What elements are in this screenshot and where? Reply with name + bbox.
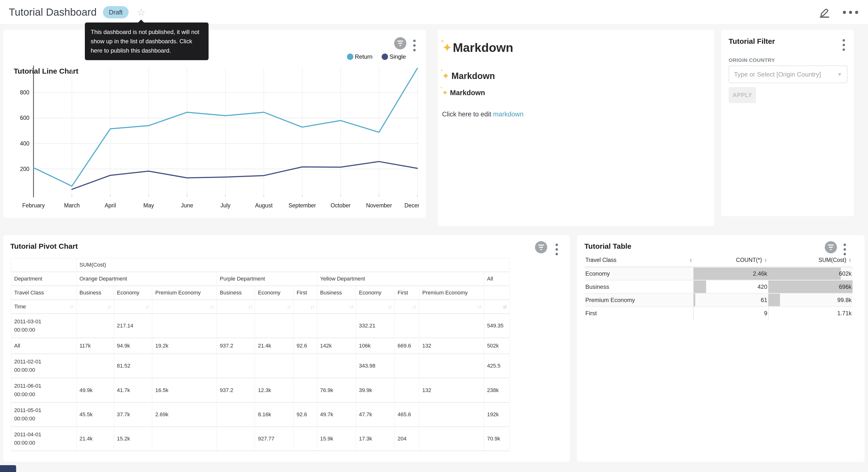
edit-pencil-icon[interactable] bbox=[819, 7, 830, 18]
table-row[interactable]: Premium Economy 61 99.8k bbox=[584, 293, 852, 307]
table-row[interactable]: Business 420 696k bbox=[584, 280, 852, 293]
pivot-value-cell: 12.3k bbox=[255, 378, 293, 402]
pivot-value-cell: 117k bbox=[76, 338, 114, 354]
pivot-value-cell: 47.7k bbox=[356, 402, 395, 426]
pivot-value-cell bbox=[255, 314, 293, 338]
pivot-time-label: Time ↓↑ bbox=[11, 300, 76, 314]
pivot-subcol-header: Premium Economy bbox=[152, 286, 217, 300]
kebab-menu-icon[interactable] bbox=[555, 243, 559, 256]
pivot-value-cell: 41.7k bbox=[114, 378, 152, 402]
markdown-edit-link[interactable]: markdown bbox=[493, 111, 524, 118]
sort-descending-icon[interactable]: ↓↑ bbox=[503, 304, 506, 309]
chart-legend[interactable]: Return Single bbox=[347, 53, 406, 60]
cell-sum-cost: 696k bbox=[768, 280, 852, 293]
filter-indicator-icon[interactable] bbox=[394, 37, 406, 50]
draft-badge[interactable]: Draft bbox=[103, 6, 128, 18]
sort-toggle-icon[interactable]: ↓↑ bbox=[248, 304, 252, 309]
sort-toggle-icon[interactable]: ↓↑ bbox=[388, 304, 392, 309]
sort-carets-icon[interactable]: ▲▼ bbox=[764, 258, 767, 262]
pivot-value-cell: 39.9k bbox=[356, 378, 395, 402]
sort-toggle-icon[interactable]: ↓↑ bbox=[349, 304, 353, 309]
legend-item-return[interactable]: Return bbox=[347, 53, 372, 60]
sort-toggle-icon[interactable]: ↓↑ bbox=[70, 303, 73, 309]
svg-text:December: December bbox=[404, 202, 419, 209]
pivot-value-cell: 21.4k bbox=[255, 338, 293, 354]
pivot-value-cell: 21.4k bbox=[76, 426, 114, 451]
sparkles-icon bbox=[442, 41, 452, 55]
pivot-subcol-header: Premium Economy bbox=[419, 286, 484, 300]
pivot-value-cell bbox=[293, 426, 317, 451]
sort-toggle-icon[interactable]: ↓↑ bbox=[146, 304, 149, 309]
sort-toggle-icon[interactable]: ↓↑ bbox=[477, 304, 481, 309]
pivot-subcol-header: Business bbox=[317, 286, 356, 300]
markdown-card: Markdown Markdown Markdown Click here to… bbox=[438, 30, 714, 226]
filter-indicator-icon[interactable] bbox=[535, 241, 547, 254]
pivot-group-header: Purple Department bbox=[217, 272, 317, 286]
sort-toggle-icon[interactable]: ↓↑ bbox=[412, 304, 416, 309]
svg-text:August: August bbox=[255, 202, 273, 209]
svg-text:February: February bbox=[22, 202, 45, 209]
pivot-group-header: Yellow Department bbox=[317, 272, 484, 286]
pivot-value-cell: 937.2 bbox=[217, 378, 255, 402]
publish-tooltip[interactable]: This dashboard is not published, it will… bbox=[85, 23, 209, 60]
ellipsis-menu-icon[interactable] bbox=[843, 11, 858, 14]
sort-toggle-icon[interactable]: ↓↑ bbox=[287, 304, 290, 309]
pivot-value-cell: 927.77 bbox=[255, 426, 293, 451]
pivot-value-cell bbox=[293, 354, 317, 378]
pivot-value-cell: 8.16k bbox=[255, 402, 293, 426]
pivot-value-cell bbox=[76, 314, 114, 338]
pivot-value-cell bbox=[419, 426, 484, 451]
filter-indicator-icon[interactable] bbox=[825, 241, 837, 254]
pivot-row-label: All bbox=[11, 338, 76, 354]
pivot-value-cell: 238k bbox=[484, 378, 509, 402]
sort-carets-icon[interactable]: ▲▼ bbox=[689, 258, 692, 262]
col-header-travel-class[interactable]: Travel Class▲▼ bbox=[584, 254, 693, 267]
apply-button[interactable]: APPLY bbox=[728, 87, 756, 103]
line-chart-card: Tutorial Line Chart Return Single 200400… bbox=[3, 30, 426, 218]
pivot-value-cell bbox=[152, 314, 217, 338]
pivot-value-cell: 549.35 bbox=[484, 314, 509, 338]
pivot-value-cell: 502k bbox=[484, 338, 509, 354]
pivot-department-row: DepartmentOrange DepartmentPurple Depart… bbox=[11, 272, 509, 286]
sort-toggle-icon[interactable]: ↓↑ bbox=[210, 304, 214, 309]
pivot-metric-row: SUM(Cost) bbox=[11, 258, 509, 272]
table-card: Tutorial Table Travel Class▲▼ COUNT(*)▲▼… bbox=[577, 235, 865, 462]
pivot-value-cell: 332.21 bbox=[356, 314, 395, 338]
pivot-value-cell: 81.52 bbox=[114, 354, 152, 378]
star-icon[interactable]: ☆ bbox=[137, 7, 146, 17]
kebab-menu-icon[interactable] bbox=[412, 39, 416, 52]
sort-toggle-icon[interactable]: ↓↑ bbox=[107, 304, 111, 309]
pivot-subcol-header: Economy bbox=[114, 286, 152, 300]
origin-country-select[interactable]: Type or Select [Origin Country] ▼ bbox=[728, 65, 847, 83]
cell-sum-cost: 602k bbox=[768, 267, 852, 280]
pivot-subcol-header bbox=[484, 286, 509, 300]
cell-travel-class: Business bbox=[584, 280, 693, 293]
kebab-menu-icon[interactable] bbox=[842, 38, 846, 52]
svg-text:July: July bbox=[221, 202, 230, 209]
pivot-value-cell: 106k bbox=[356, 338, 395, 354]
pivot-value-cell bbox=[419, 314, 484, 338]
table-row[interactable]: First 9 1.71k bbox=[584, 307, 852, 320]
col-header-count[interactable]: COUNT(*)▲▼ bbox=[693, 254, 768, 267]
pivot-subcol-header: First bbox=[395, 286, 419, 300]
pivot-subcol-header: Economy bbox=[255, 286, 293, 300]
pivot-row-axis-label: Travel Class bbox=[11, 286, 76, 300]
pivot-value-cell bbox=[317, 314, 356, 338]
pivot-value-cell: 204 bbox=[395, 426, 419, 451]
browser-corner-element bbox=[0, 465, 16, 472]
pivot-value-cell: 465.6 bbox=[395, 402, 419, 426]
pivot-subcol-header: Business bbox=[217, 286, 255, 300]
sort-carets-icon[interactable]: ▲▼ bbox=[848, 258, 851, 262]
legend-item-single[interactable]: Single bbox=[382, 53, 406, 60]
pivot-metric-label: SUM(Cost) bbox=[76, 258, 509, 272]
col-header-sum-cost[interactable]: SUM(Cost)▲▼ bbox=[768, 254, 852, 267]
line-chart-plot[interactable]: 200400600800FebruaryMarchAprilMayJuneJul… bbox=[10, 61, 419, 213]
legend-dot-icon bbox=[347, 54, 353, 60]
pivot-value-cell bbox=[217, 426, 255, 451]
pivot-row-label: 2011-02-0100:00:00 bbox=[11, 354, 76, 378]
pivot-value-cell: 192k bbox=[484, 402, 509, 426]
pivot-value-cell bbox=[76, 354, 114, 378]
table-row[interactable]: Economy 2.46k 602k bbox=[584, 267, 852, 280]
pivot-value-cell bbox=[255, 354, 293, 378]
sort-toggle-icon[interactable]: ↓↑ bbox=[310, 304, 314, 309]
